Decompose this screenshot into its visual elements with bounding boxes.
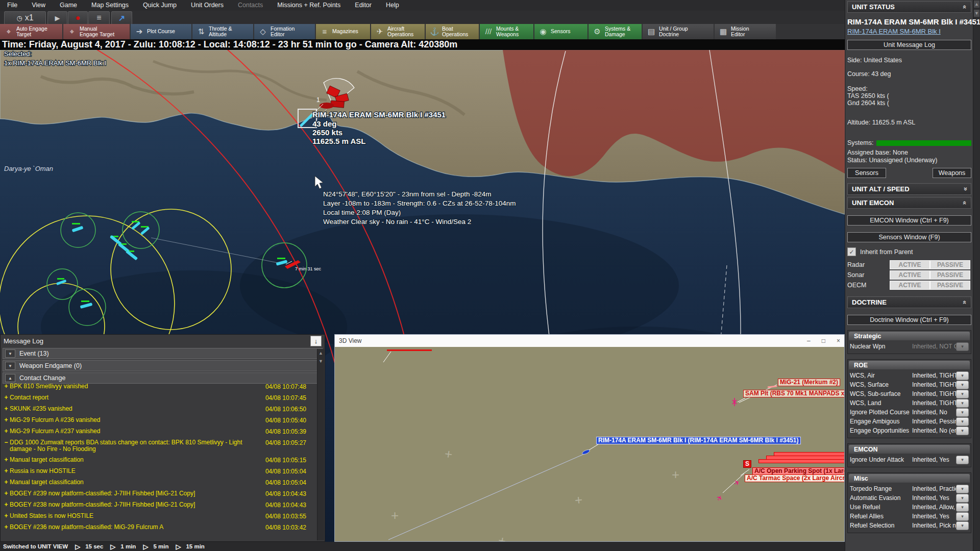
emcon-window-button[interactable]: EMCON Window (Ctrl + F9) [847, 215, 971, 226]
log-entry[interactable]: +SKUNK #235 vanished04/08 10:06:50 [3, 405, 315, 416]
dropdown-icon[interactable]: ▾ [956, 521, 969, 530]
time-step-15sec[interactable]: ▷ 15 sec [75, 543, 103, 550]
log-entry[interactable]: −DDG 1000 Zumwalt reports BDA status cha… [3, 439, 315, 456]
section-collapsed-icon[interactable]: ▼ [5, 362, 15, 370]
doctrine-header[interactable]: DOCTRINE « [847, 296, 971, 308]
message-log-popout-button[interactable]: ↓ [310, 336, 322, 346]
3d-label-mig21[interactable]: MiG-21 (Merkum #2) [778, 379, 840, 386]
log-entry[interactable]: +BOGEY #236 now platform-classified: MiG… [3, 523, 315, 535]
message-log-scrollbar[interactable]: ▲ ▼ [317, 349, 324, 540]
sidebar-scrollbar[interactable]: ▲ ▼ [973, 0, 980, 551]
sonar-passive-button[interactable]: PASSIVE [930, 270, 970, 280]
menu-help[interactable]: Help [379, 0, 406, 11]
3d-label-parking-spot[interactable]: A/C Open Parking Spot (1x Large [752, 467, 844, 475]
scroll-up-icon[interactable]: ▲ [317, 349, 324, 357]
3d-label-tarmac-space[interactable]: A/C Tarmac Space (2x Large Aircraft) [745, 474, 844, 482]
inherit-from-parent-checkbox[interactable]: ✓ [847, 247, 856, 256]
unit-alt-speed-header[interactable]: UNIT ALT / SPEED « [847, 183, 971, 195]
expand-icon[interactable]: « [961, 187, 969, 191]
log-section-weapon-endgame[interactable]: ▼ Weapon Endgame (0) [3, 360, 323, 371]
log-entry[interactable]: +United States is now HOSTILE04/08 10:03… [3, 512, 315, 523]
toolbar-button-manual-engage[interactable]: ⌖ ManualEngage Target [63, 24, 130, 39]
3d-view-titlebar[interactable]: 3D View – □ × [335, 335, 844, 347]
scroll-down-icon[interactable]: ▼ [317, 357, 324, 365]
dropdown-icon[interactable]: ▾ [956, 417, 969, 426]
section-collapsed-icon[interactable]: ▼ [5, 349, 15, 358]
toolbar-button-formation-editor[interactable]: ◇ FormationEditor [254, 24, 315, 39]
3d-label-missile[interactable]: RIM-174A ERAM SM-6MR Blk I (RIM-174A ERA… [596, 437, 801, 444]
close-icon[interactable]: × [837, 337, 840, 344]
toolbar-button-plot-course[interactable]: ➔ Plot Course [131, 24, 191, 39]
dropdown-icon[interactable]: ▾ [956, 485, 969, 493]
log-section-contact-change[interactable]: ▲ Contact Change [3, 372, 323, 384]
dropdown-icon[interactable]: ▾ [956, 371, 969, 380]
scroll-down-icon[interactable]: ▼ [973, 9, 980, 17]
menu-quick-jump[interactable]: Quick Jump [136, 0, 184, 11]
menu-file[interactable]: File [0, 0, 24, 11]
log-entry[interactable]: +Manual target classification04/08 10:05… [3, 479, 315, 490]
menu-map-settings[interactable]: Map Settings [84, 0, 136, 11]
section-expanded-icon[interactable]: ▲ [5, 374, 15, 382]
maximize-icon[interactable]: □ [822, 337, 825, 344]
menu-game[interactable]: Game [53, 0, 84, 11]
dropdown-icon[interactable]: ▾ [956, 399, 969, 408]
dropdown-icon[interactable]: ▾ [956, 427, 969, 435]
log-entry[interactable]: +BOGEY #239 now platform-classified: J-7… [3, 490, 315, 501]
dropdown-icon[interactable]: ▾ [956, 456, 969, 464]
play-button[interactable]: ▶ [47, 11, 67, 24]
oecm-active-button[interactable]: ACTIVE [890, 281, 930, 290]
toolbar-button-mounts-weapons[interactable]: /// Mounts &Weapons [480, 24, 533, 39]
sonar-active-button[interactable]: ACTIVE [890, 270, 930, 280]
dropdown-icon[interactable]: ▾ [956, 494, 969, 503]
record-button[interactable]: ● [68, 11, 88, 24]
log-entry[interactable]: +BOGEY #238 now platform-classified: J-7… [3, 501, 315, 512]
sim-speed-button[interactable]: ◷ x1 [4, 11, 46, 24]
jump-to-button[interactable]: ↗ [111, 11, 132, 24]
time-step-5min[interactable]: ▷ 5 min [143, 543, 168, 550]
collapse-icon[interactable]: « [961, 5, 969, 9]
unit-class-link[interactable]: RIM-174A ERAM SM-6MR Blk I [847, 28, 941, 35]
menu-unit-orders[interactable]: Unit Orders [184, 0, 231, 11]
menu-editor[interactable]: Editor [348, 0, 379, 11]
dropdown-icon[interactable]: ▾ [956, 503, 969, 512]
log-entry[interactable]: +MiG-29 Fulcrum A #236 vanished04/08 10:… [3, 416, 315, 428]
doctrine-window-button[interactable]: Doctrine Window (Ctrl + F9) [847, 315, 971, 325]
collapse-icon[interactable]: « [961, 201, 969, 205]
menu-missions-ref-points[interactable]: Missions + Ref. Points [270, 0, 348, 11]
toolbar-button-magazines[interactable]: ≡ Magazines [316, 24, 370, 39]
time-step-1min[interactable]: ▷ 1 min [110, 543, 136, 550]
radar-active-button[interactable]: ACTIVE [890, 260, 930, 269]
3d-view-canvas[interactable]: + + + + + MiG-21 (Merkum #2) SAM Plt (RB… [335, 347, 844, 541]
dropdown-icon[interactable]: ▾ [956, 408, 969, 417]
radar-passive-button[interactable]: PASSIVE [930, 260, 970, 269]
minimize-icon[interactable]: – [807, 337, 811, 344]
log-entry[interactable]: +BPK 810 Smetlivyy vanished04/08 10:07:4… [3, 383, 315, 394]
toolbar-button-boat-operations[interactable]: ⚓ BoatOperations [426, 24, 479, 39]
log-section-event[interactable]: ▼ Event (13) [3, 348, 323, 359]
map-layers-button[interactable]: ≡ [88, 11, 110, 24]
collapse-icon[interactable]: « [961, 300, 969, 304]
toolbar-button-throttle-altitude[interactable]: ⇅ Throttle &Altitude [192, 24, 253, 39]
unit-message-log-button[interactable]: Unit Message Log [847, 40, 971, 50]
toolbar-button-mission-editor[interactable]: ▦ MissionEditor [715, 24, 776, 39]
toolbar-button-systems-damage[interactable]: ⚙ Systems &Damage [589, 24, 642, 39]
dropdown-icon[interactable]: ▾ [956, 390, 969, 398]
scroll-up-icon[interactable]: ▲ [973, 0, 980, 8]
log-entry[interactable]: +MiG-29 Fulcrum A #237 vanished04/08 10:… [3, 428, 315, 439]
toolbar-button-sensors[interactable]: ◉ Sensors [534, 24, 587, 39]
oecm-passive-button[interactable]: PASSIVE [930, 281, 970, 290]
sensors-button[interactable]: Sensors [847, 168, 886, 178]
dropdown-icon[interactable]: ▾ [956, 381, 969, 389]
toolbar-button-aircraft-operations[interactable]: ✈ AircraftOperations [371, 24, 425, 39]
menu-view[interactable]: View [24, 0, 53, 11]
toolbar-button-auto-engage[interactable]: ⌖ Auto EngageTarget [0, 24, 62, 39]
weapons-button[interactable]: Weapons [933, 168, 971, 178]
unit-emcon-header[interactable]: UNIT EMCON « [847, 197, 971, 209]
log-entry[interactable]: +Contact report04/08 10:07:45 [3, 394, 315, 405]
log-entry[interactable]: +Manual target classification04/08 10:05… [3, 456, 315, 467]
sensors-window-button[interactable]: Sensors Window (F9) [847, 232, 971, 242]
log-entry[interactable]: +Russia is now HOSTILE04/08 10:05:04 [3, 467, 315, 479]
3d-label-sam-platoon[interactable]: SAM Plt (RBS 70 Mk1 MANPADS x 3) [743, 390, 844, 397]
dropdown-icon[interactable]: ▾ [956, 512, 969, 521]
toolbar-button-unit-group-doctrine[interactable]: ▤ Unit / GroupDoctrine [643, 24, 714, 39]
